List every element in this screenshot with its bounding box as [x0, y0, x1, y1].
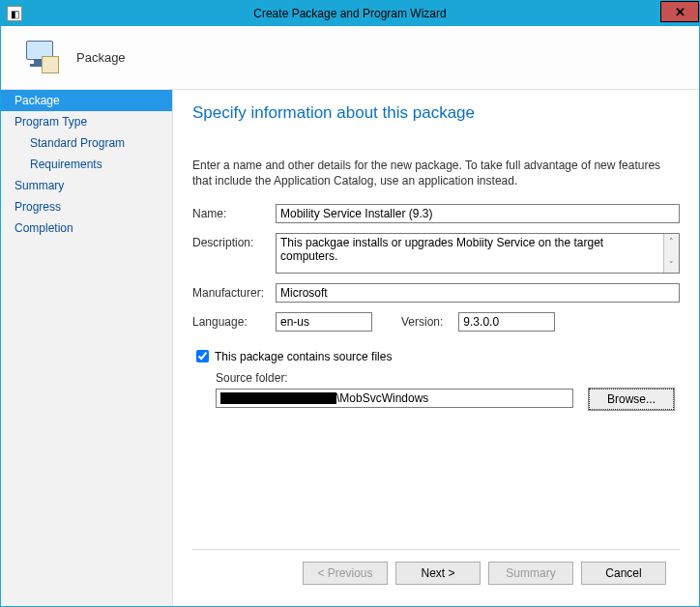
description-wrap: ˄ ˅: [276, 233, 680, 274]
cancel-button[interactable]: Cancel: [581, 562, 666, 585]
nav-progress[interactable]: Progress: [1, 196, 172, 217]
nav-requirements[interactable]: Requirements: [1, 154, 172, 175]
redacted-path: [220, 392, 336, 404]
label-version: Version:: [401, 312, 443, 329]
input-source-folder[interactable]: \MobSvcWindows: [216, 389, 573, 408]
close-button[interactable]: ✕: [660, 1, 699, 22]
scroll-down-icon: ˅: [664, 257, 679, 273]
input-manufacturer[interactable]: [276, 283, 680, 303]
description-scrollbar[interactable]: ˄ ˅: [663, 234, 679, 273]
scroll-up-icon: ˄: [664, 234, 679, 249]
window-title: Create Package and Program Wizard: [1, 7, 699, 20]
label-source-folder: Source folder:: [216, 371, 680, 385]
label-language: Language:: [192, 312, 276, 329]
close-icon: ✕: [675, 5, 685, 19]
input-language[interactable]: [276, 312, 372, 332]
row-source-folder: \MobSvcWindows Browse...: [216, 389, 680, 410]
wizard-content: Specify information about this package E…: [173, 90, 699, 606]
nav-package[interactable]: Package: [1, 90, 172, 111]
titlebar: ◧ Create Package and Program Wizard ✕: [1, 1, 699, 26]
next-button[interactable]: Next >: [395, 562, 481, 585]
label-description: Description:: [192, 233, 276, 249]
wizard-window: ◧ Create Package and Program Wizard ✕ Pa…: [0, 0, 700, 607]
row-name: Name:: [192, 204, 680, 223]
wizard-body: Package Program Type Standard Program Re…: [1, 90, 699, 606]
nav-standard-program[interactable]: Standard Program: [1, 132, 172, 154]
nav-completion[interactable]: Completion: [1, 217, 172, 239]
package-icon: [22, 39, 61, 77]
wizard-header-title: Package: [76, 50, 126, 65]
row-description: Description: ˄ ˅: [192, 233, 680, 274]
label-name: Name:: [192, 204, 276, 220]
nav-program-type[interactable]: Program Type: [1, 111, 172, 132]
page-intro: Enter a name and other details for the n…: [192, 158, 680, 188]
browse-button[interactable]: Browse...: [589, 389, 674, 410]
checkbox-source-files[interactable]: [196, 350, 209, 362]
wizard-header: Package: [1, 26, 699, 90]
row-source-checkbox: This package contains source files: [192, 347, 680, 365]
label-source-checkbox: This package contains source files: [215, 350, 392, 363]
label-manufacturer: Manufacturer:: [192, 283, 276, 300]
input-name[interactable]: [276, 204, 680, 223]
row-language-version: Language: Version:: [192, 312, 680, 332]
previous-button: < Previous: [303, 562, 388, 585]
input-description[interactable]: [277, 234, 663, 273]
nav-summary[interactable]: Summary: [1, 175, 172, 196]
row-manufacturer: Manufacturer:: [192, 283, 680, 303]
summary-button: Summary: [488, 562, 573, 585]
page-heading: Specify information about this package: [192, 103, 680, 123]
source-suffix: \MobSvcWindows: [336, 391, 428, 405]
input-version[interactable]: [458, 312, 555, 332]
wizard-footer: < Previous Next > Summary Cancel: [192, 549, 680, 596]
wizard-sidebar: Package Program Type Standard Program Re…: [1, 90, 173, 606]
